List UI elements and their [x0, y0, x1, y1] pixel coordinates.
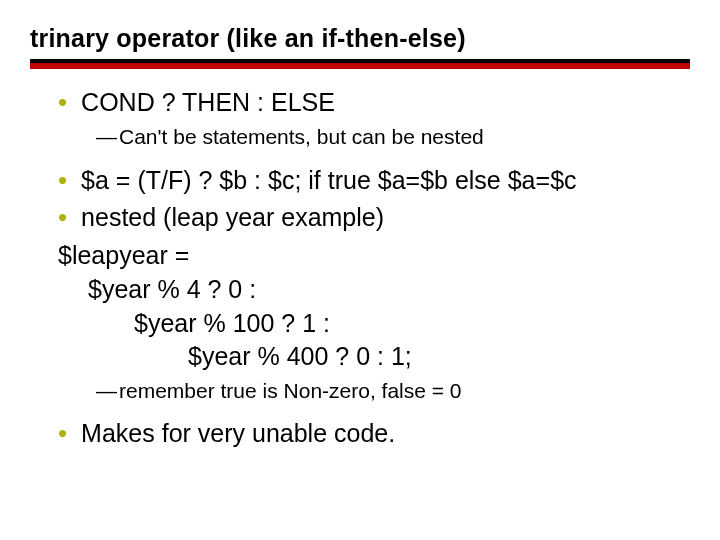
slide-content: • COND ? THEN : ELSE — Can't be statemen… — [30, 69, 690, 450]
bullet-text: Can't be statements, but can be nested — [119, 124, 484, 150]
bullet-dash-icon: — — [96, 378, 117, 404]
bullet-level1: • $a = (T/F) ? $b : $c; if true $a=$b el… — [30, 165, 690, 196]
code-line: $leapyear = — [58, 239, 690, 273]
bullet-level2: — remember true is Non-zero, false = 0 — [30, 378, 690, 404]
title-underline — [30, 59, 690, 69]
code-line: $year % 400 ? 0 : 1; — [58, 340, 690, 374]
bullet-dot-icon: • — [58, 420, 67, 446]
bullet-text: remember true is Non-zero, false = 0 — [119, 378, 462, 404]
bullet-text: COND ? THEN : ELSE — [81, 87, 335, 118]
bullet-level1: • Makes for very unable code. — [30, 418, 690, 449]
bullet-dot-icon: • — [58, 167, 67, 193]
bullet-dash-icon: — — [96, 124, 117, 150]
bullet-level1: • COND ? THEN : ELSE — [30, 87, 690, 118]
bullet-level1: • nested (leap year example) — [30, 202, 690, 233]
bullet-text: Makes for very unable code. — [81, 418, 395, 449]
bullet-level2: — Can't be statements, but can be nested — [30, 124, 690, 150]
slide: trinary operator (like an if-then-else) … — [0, 0, 720, 450]
bullet-text: nested (leap year example) — [81, 202, 384, 233]
code-line: $year % 4 ? 0 : — [58, 273, 690, 307]
code-line: $year % 100 ? 1 : — [58, 307, 690, 341]
code-block: $leapyear = $year % 4 ? 0 : $year % 100 … — [30, 239, 690, 374]
bullet-dot-icon: • — [58, 204, 67, 230]
slide-title: trinary operator (like an if-then-else) — [30, 24, 690, 57]
bullet-text: $a = (T/F) ? $b : $c; if true $a=$b else… — [81, 165, 576, 196]
bullet-dot-icon: • — [58, 89, 67, 115]
